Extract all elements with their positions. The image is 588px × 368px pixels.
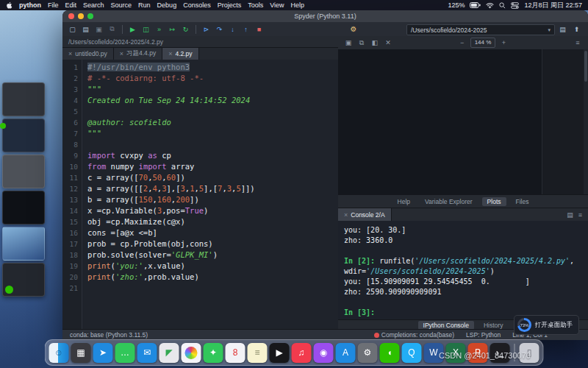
window-thumbnail-6[interactable] xyxy=(2,263,45,297)
code-line[interactable]: c = array([70,50,60]) xyxy=(87,172,338,183)
code-line[interactable] xyxy=(87,283,338,294)
dock-icon-system-settings[interactable]: ⚙ xyxy=(358,343,378,363)
editor-tab-习题4.4.py[interactable]: ×习题4.4.py xyxy=(114,48,162,60)
code-line[interactable]: """ xyxy=(87,128,338,139)
code-line[interactable]: prob.solve(solver='GLPK_MI') xyxy=(87,250,338,261)
menu-item-consoles[interactable]: Consoles xyxy=(183,1,211,9)
console-line[interactable]: you: [20. 30.] xyxy=(344,225,582,236)
menu-item-file[interactable]: File xyxy=(48,1,59,9)
window-thumbnail-1[interactable] xyxy=(2,82,45,116)
working-directory-selector[interactable]: /Users/scofieldo/2024-2025 ▾ xyxy=(406,24,555,35)
save-all-icon[interactable]: ⧉ xyxy=(107,24,118,35)
browse-directory-icon[interactable]: ▤ xyxy=(557,24,568,35)
window-thumbnail-4[interactable] xyxy=(2,191,45,224)
control-center-icon[interactable] xyxy=(511,2,519,9)
console-line[interactable]: you: [15.90909091 29.54545455 0. ] xyxy=(344,277,582,287)
apple-menu-icon[interactable] xyxy=(6,1,12,9)
code-line[interactable]: b = array([150,160,200]) xyxy=(87,194,338,205)
menu-item-search[interactable]: Search xyxy=(83,1,104,9)
dock-icon-photos[interactable] xyxy=(182,343,201,363)
menu-item-tools[interactable]: Tools xyxy=(248,1,263,9)
dock-icon-notes[interactable]: ≡ xyxy=(248,343,268,363)
parent-directory-icon[interactable]: ⬆ xyxy=(571,24,582,35)
code-line[interactable]: cons =[a@x <=b] xyxy=(87,227,338,238)
dock-icon-safari[interactable]: ➤ xyxy=(93,343,113,363)
pane-tab-help[interactable]: Help xyxy=(392,197,415,206)
plots-scrollbar[interactable] xyxy=(584,49,588,194)
search-icon[interactable] xyxy=(499,2,506,9)
code-line[interactable]: # -*- codiarng: utf-8 -*- xyxy=(87,73,338,84)
dock-icon-qq[interactable]: Q xyxy=(402,343,422,363)
browse-plots-icon[interactable]: ◧ xyxy=(370,38,380,48)
zoom-in-icon[interactable]: + xyxy=(498,38,509,48)
dock-icon-podcasts[interactable]: ◉ xyxy=(314,343,334,363)
code-line[interactable]: a = array([[2,4,3],[3,1,5],[7,3,5]]) xyxy=(87,183,338,194)
editor-code[interactable]: #!/usr/bin/env python3# -*- codiarng: ut… xyxy=(82,60,338,330)
wifi-icon[interactable] xyxy=(486,2,494,9)
menu-item-source[interactable]: Source xyxy=(111,1,132,9)
window-titlebar[interactable]: Spyder (Python 3.11) xyxy=(62,10,588,23)
active-app-name[interactable]: python xyxy=(19,1,41,9)
open-file-icon[interactable]: ▤ xyxy=(80,24,91,35)
save-file-icon[interactable]: ▣ xyxy=(93,24,104,35)
code-line[interactable]: print('zho:',prob.value) xyxy=(87,272,338,283)
window-thumbnail-2[interactable] xyxy=(2,118,45,152)
menu-item-view[interactable]: View xyxy=(270,1,284,9)
dock-icon-finder[interactable]: ☺ xyxy=(49,343,69,363)
preferences-wrench-icon[interactable]: ⚙ xyxy=(348,24,359,35)
stop-debug-icon[interactable]: ■ xyxy=(254,24,265,35)
dock-icon-wechat[interactable]: ◖ xyxy=(380,343,400,363)
run-cell-advance-icon[interactable]: » xyxy=(154,24,165,35)
inspect-icon[interactable]: ▤ xyxy=(567,211,573,219)
editor-tab-4.2.py[interactable]: ×4.2.py xyxy=(162,48,198,60)
code-line[interactable] xyxy=(87,106,338,117)
dock-icon-facetime[interactable]: ✦ xyxy=(204,343,223,363)
code-line[interactable]: @author: scofieldo xyxy=(87,117,338,128)
dock-icon-calendar[interactable]: 8 xyxy=(226,343,245,363)
run-file-icon[interactable]: ▶ xyxy=(127,24,138,35)
code-line[interactable]: """ xyxy=(87,84,338,95)
window-thumbnail-3[interactable] xyxy=(2,155,45,188)
code-line[interactable]: prob = cp.Problem(obj,cons) xyxy=(87,238,338,250)
tab-close-icon[interactable]: × xyxy=(344,211,348,219)
dock-icon-tv[interactable]: ▶ xyxy=(270,343,290,363)
menu-clock[interactable]: 12月8日 周日 22:57 xyxy=(524,1,582,10)
code-line[interactable]: obj =cp.Maximize(c@x) xyxy=(87,216,338,227)
console-output[interactable]: you: [20. 30.]zho: 3360.0In [2]: runfile… xyxy=(338,221,588,319)
zoom-out-icon[interactable]: − xyxy=(457,38,467,48)
menu-item-help[interactable]: Help xyxy=(291,1,305,9)
copy-plot-icon[interactable]: ⧉ xyxy=(356,38,367,48)
dock-icon-music[interactable]: ♫ xyxy=(292,343,312,363)
code-line[interactable]: print('you:',x.value) xyxy=(87,261,338,272)
console-line[interactable]: wdir='/Users/scofieldo/2024-2025') xyxy=(344,266,582,277)
step-over-icon[interactable]: ↷ xyxy=(214,24,225,35)
menu-item-edit[interactable]: Edit xyxy=(65,1,77,9)
dock-icon-app-store[interactable]: A xyxy=(336,343,356,363)
step-return-icon[interactable]: ↑ xyxy=(240,24,251,35)
window-thumbnail-5[interactable] xyxy=(2,227,45,261)
console-line[interactable]: zho: 2590.909090909091 xyxy=(344,287,582,297)
dock-icon-launchpad[interactable]: ▦ xyxy=(71,343,91,363)
code-line[interactable]: from numpy import array xyxy=(87,161,338,172)
console-tab[interactable]: × Console 2/A xyxy=(338,208,392,222)
remove-plot-icon[interactable]: ✕ xyxy=(383,38,393,48)
code-line[interactable] xyxy=(87,139,338,150)
options-menu-icon[interactable]: ≡ xyxy=(578,211,582,219)
dock-icon-mail[interactable]: ✉ xyxy=(137,343,157,363)
pane-tab-variable-explorer[interactable]: Variable Explorer xyxy=(420,197,478,206)
code-line[interactable]: Created on Tue Sep 24 14:14:52 2024 xyxy=(87,95,338,106)
save-plot-icon[interactable]: ▣ xyxy=(343,38,354,48)
step-into-icon[interactable]: ↓ xyxy=(227,24,238,35)
rerun-cell-icon[interactable]: ↻ xyxy=(180,24,191,35)
run-selection-icon[interactable]: ↦ xyxy=(167,24,178,35)
tab-close-icon[interactable]: × xyxy=(120,50,123,57)
console-line[interactable] xyxy=(344,246,582,256)
menu-item-debug[interactable]: Debug xyxy=(157,1,177,9)
pane-tab-plots[interactable]: Plots xyxy=(482,197,506,206)
tab-close-icon[interactable]: × xyxy=(168,50,172,57)
debug-file-icon[interactable]: ⊳ xyxy=(201,24,212,35)
editor-tab-untitled0.py[interactable]: ×untitled0.py xyxy=(62,48,114,60)
plots-options-menu-icon[interactable]: ≡ xyxy=(573,38,583,48)
menu-item-run[interactable]: Run xyxy=(138,1,151,9)
code-line[interactable]: x =cp.Variable(3,pos=True) xyxy=(87,205,338,216)
